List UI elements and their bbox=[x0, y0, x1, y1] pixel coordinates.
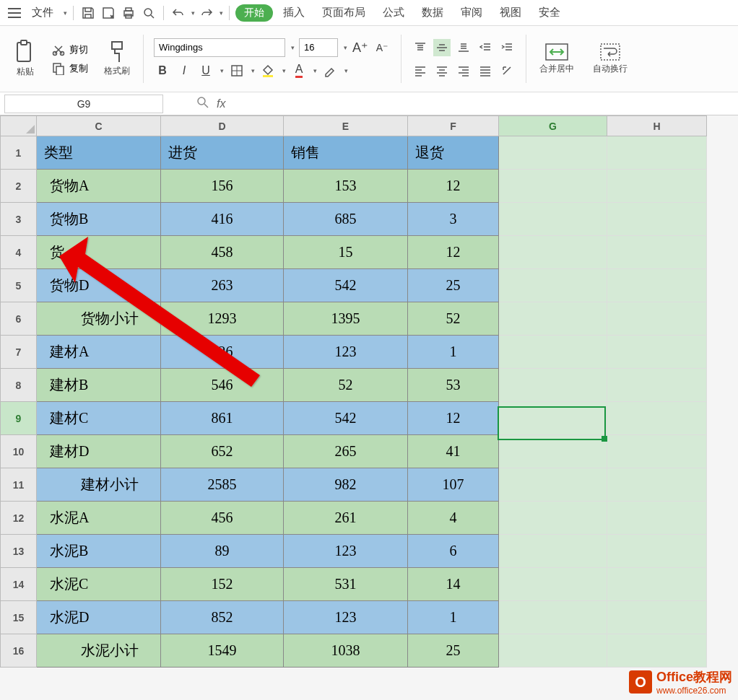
cell[interactable]: 销售 bbox=[284, 136, 408, 170]
column-header-F[interactable]: F bbox=[408, 116, 499, 136]
font-name-select[interactable] bbox=[154, 38, 285, 57]
increase-indent-icon[interactable] bbox=[498, 39, 516, 56]
column-header-E[interactable]: E bbox=[284, 116, 408, 136]
tab-home[interactable]: 开始 bbox=[235, 4, 273, 22]
cell[interactable]: 153 bbox=[284, 170, 408, 203]
cell[interactable] bbox=[607, 535, 707, 568]
name-box[interactable]: G9 bbox=[4, 95, 163, 113]
cell[interactable]: 货 bbox=[37, 236, 161, 269]
clear-format-icon[interactable] bbox=[321, 62, 339, 79]
cell[interactable]: 1 bbox=[408, 601, 499, 634]
cell[interactable]: 123 bbox=[284, 601, 408, 634]
cell[interactable]: 水泥小计 bbox=[37, 634, 161, 668]
row-header-11[interactable]: 11 bbox=[1, 468, 37, 502]
cell[interactable]: 123 bbox=[284, 535, 408, 568]
row-header-1[interactable]: 1 bbox=[1, 136, 37, 170]
cell[interactable]: 25 bbox=[408, 634, 499, 668]
cell[interactable]: 685 bbox=[284, 203, 408, 236]
cell[interactable]: 水泥C bbox=[37, 568, 161, 601]
cell[interactable]: 861 bbox=[161, 402, 284, 435]
row-header-13[interactable]: 13 bbox=[1, 535, 37, 568]
cell[interactable] bbox=[607, 369, 707, 402]
cell[interactable] bbox=[499, 170, 607, 203]
cell[interactable]: 1 bbox=[408, 336, 499, 369]
redo-icon[interactable] bbox=[198, 4, 215, 22]
cell[interactable]: 156 bbox=[161, 170, 284, 203]
cell[interactable]: 类型 bbox=[37, 136, 161, 170]
cell[interactable] bbox=[499, 435, 607, 468]
cell[interactable] bbox=[499, 302, 607, 336]
cell[interactable]: 458 bbox=[161, 236, 284, 269]
file-menu[interactable]: 文件 bbox=[26, 3, 59, 22]
search-icon[interactable] bbox=[196, 96, 209, 112]
fx-label[interactable]: fx bbox=[217, 97, 225, 110]
row-header-9[interactable]: 9 bbox=[1, 402, 37, 435]
cell[interactable]: 53 bbox=[408, 369, 499, 402]
align-right-icon[interactable] bbox=[455, 62, 472, 79]
cell[interactable]: 货物小计 bbox=[37, 302, 161, 336]
row-header-16[interactable]: 16 bbox=[1, 634, 37, 668]
increase-font-icon[interactable]: A⁺ bbox=[352, 39, 369, 56]
cell[interactable] bbox=[499, 601, 607, 634]
cell[interactable] bbox=[607, 236, 707, 269]
cell[interactable]: 货物B bbox=[37, 203, 161, 236]
row-header-12[interactable]: 12 bbox=[1, 502, 37, 535]
wrap-text-button[interactable]: 自动换行 bbox=[590, 41, 630, 76]
cell[interactable]: 1549 bbox=[161, 634, 284, 668]
align-top-icon[interactable] bbox=[412, 39, 429, 56]
cell[interactable] bbox=[607, 601, 707, 634]
cell[interactable] bbox=[499, 269, 607, 302]
row-header-8[interactable]: 8 bbox=[1, 369, 37, 402]
justify-icon[interactable] bbox=[477, 62, 494, 79]
cell[interactable]: 进货 bbox=[161, 136, 284, 170]
cell[interactable]: 建材A bbox=[37, 336, 161, 369]
cell[interactable]: 2585 bbox=[161, 468, 284, 502]
print-preview-icon[interactable] bbox=[140, 4, 157, 22]
cell[interactable] bbox=[499, 336, 607, 369]
font-size-select[interactable] bbox=[299, 38, 338, 57]
tab-insert[interactable]: 插入 bbox=[276, 3, 312, 22]
cell[interactable]: 货物A bbox=[37, 170, 161, 203]
row-header-4[interactable]: 4 bbox=[1, 236, 37, 269]
cell[interactable]: 1038 bbox=[284, 634, 408, 668]
tab-security[interactable]: 安全 bbox=[531, 3, 568, 22]
cell[interactable]: 建材D bbox=[37, 435, 161, 468]
chevron-down-icon[interactable]: ▾ bbox=[291, 44, 295, 51]
cell[interactable]: 6 bbox=[408, 535, 499, 568]
spreadsheet-grid[interactable]: CDEFGH1类型进货销售退货2货物A156153123货物B41668534货… bbox=[0, 115, 738, 668]
cell[interactable] bbox=[499, 502, 607, 535]
bold-icon[interactable]: B bbox=[154, 62, 171, 79]
font-color-icon[interactable]: A bbox=[290, 62, 308, 79]
cell[interactable]: 14 bbox=[408, 568, 499, 601]
underline-icon[interactable]: U bbox=[197, 62, 214, 79]
cell[interactable]: 652 bbox=[161, 435, 284, 468]
orientation-icon[interactable] bbox=[498, 62, 516, 79]
cell[interactable] bbox=[499, 634, 607, 668]
cell[interactable]: 水泥B bbox=[37, 535, 161, 568]
cell[interactable]: 41 bbox=[408, 435, 499, 468]
tab-view[interactable]: 视图 bbox=[492, 3, 529, 22]
row-header-14[interactable]: 14 bbox=[1, 568, 37, 601]
cell[interactable]: 263 bbox=[161, 269, 284, 302]
cell[interactable]: 25 bbox=[408, 269, 499, 302]
tab-page-layout[interactable]: 页面布局 bbox=[315, 3, 373, 22]
border-icon[interactable] bbox=[228, 62, 246, 79]
italic-icon[interactable]: I bbox=[175, 62, 193, 79]
cell[interactable]: 52 bbox=[284, 369, 408, 402]
format-painter-button[interactable]: 格式刷 bbox=[101, 39, 133, 79]
cell[interactable] bbox=[607, 203, 707, 236]
row-header-2[interactable]: 2 bbox=[1, 170, 37, 203]
save-icon[interactable] bbox=[79, 4, 97, 22]
cell[interactable]: 416 bbox=[161, 203, 284, 236]
cell[interactable] bbox=[607, 435, 707, 468]
merge-center-button[interactable]: 合并居中 bbox=[537, 41, 577, 76]
cell[interactable]: 152 bbox=[161, 568, 284, 601]
row-header-7[interactable]: 7 bbox=[1, 336, 37, 369]
cell[interactable] bbox=[607, 634, 707, 668]
paste-button[interactable]: 粘贴 bbox=[12, 38, 39, 79]
align-bottom-icon[interactable] bbox=[455, 39, 472, 56]
cell[interactable] bbox=[607, 269, 707, 302]
cell[interactable]: 982 bbox=[284, 468, 408, 502]
row-header-15[interactable]: 15 bbox=[1, 601, 37, 634]
cell[interactable]: 建材C bbox=[37, 402, 161, 435]
